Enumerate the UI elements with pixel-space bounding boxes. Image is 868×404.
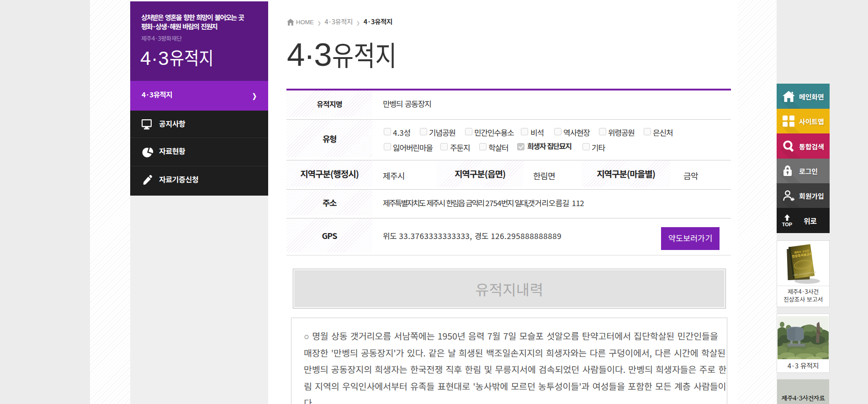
svg-text:TOP: TOP — [782, 222, 792, 227]
